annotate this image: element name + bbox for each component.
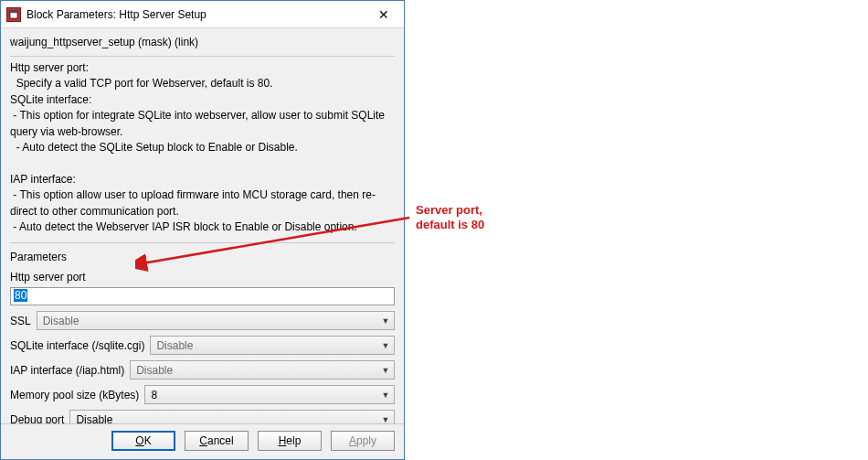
chevron-down-icon: ▼ <box>377 341 394 350</box>
chevron-down-icon: ▼ <box>377 316 394 326</box>
ssl-label: SSL <box>10 315 31 327</box>
sqlite-label: SQLite interface (/sqlite.cgi) <box>10 339 144 352</box>
parameters-label: Parameters <box>10 251 395 263</box>
http-port-input[interactable]: 80 <box>10 287 395 305</box>
ok-button[interactable]: OK <box>111 431 175 451</box>
param-iap: IAP interface (/iap.html) Disable ▼ <box>10 360 395 380</box>
chevron-down-icon: ▼ <box>377 366 394 375</box>
close-button[interactable]: ✕ <box>364 1 404 28</box>
window-title: Block Parameters: Http Server Setup <box>26 8 364 21</box>
mempool-combo[interactable]: 8 ▼ <box>144 385 395 404</box>
debugport-value: Disable <box>76 413 112 423</box>
parameters-panel: Http server port 80 SSL Disable ▼ SQLite… <box>10 271 395 423</box>
cancel-button[interactable]: Cancel <box>185 431 249 451</box>
apply-button[interactable]: Apply <box>331 431 395 451</box>
debugport-label: Debug port <box>10 413 64 423</box>
mask-name: waijung_httpserver_setup (mask) (link) <box>10 36 395 48</box>
http-port-label: Http server port <box>10 271 395 283</box>
mempool-value: 8 <box>151 389 157 401</box>
chevron-down-icon: ▼ <box>377 415 394 423</box>
chevron-down-icon: ▼ <box>377 390 394 400</box>
mempool-label: Memory pool size (kBytes) <box>10 389 139 401</box>
param-http-port: Http server port 80 <box>10 271 395 305</box>
debugport-combo[interactable]: Disable ▼ <box>69 410 395 423</box>
iap-combo[interactable]: Disable ▼ <box>130 360 395 380</box>
close-icon: ✕ <box>378 7 389 22</box>
sqlite-combo[interactable]: Disable ▼ <box>150 336 395 355</box>
annotation-text: Server port, default is 80 <box>416 203 484 233</box>
separator <box>10 56 395 57</box>
param-ssl: SSL Disable ▼ <box>10 311 395 330</box>
separator <box>10 242 395 243</box>
dialog-window: Block Parameters: Http Server Setup ✕ wa… <box>0 0 405 460</box>
iap-value: Disable <box>136 364 173 377</box>
description-text: Http server port: Specify a valid TCP po… <box>10 60 395 235</box>
sqlite-value: Disable <box>156 339 193 352</box>
ssl-value: Disable <box>43 315 79 327</box>
param-sqlite: SQLite interface (/sqlite.cgi) Disable ▼ <box>10 336 395 355</box>
help-button[interactable]: Help <box>258 431 322 451</box>
iap-label: IAP interface (/iap.html) <box>10 364 124 377</box>
titlebar: Block Parameters: Http Server Setup ✕ <box>1 1 404 28</box>
param-mempool: Memory pool size (kBytes) 8 ▼ <box>10 385 395 404</box>
http-port-value: 80 <box>14 289 27 302</box>
app-icon <box>6 7 21 22</box>
dialog-body: waijung_httpserver_setup (mask) (link) H… <box>1 28 404 423</box>
button-row: OK Cancel Help Apply <box>1 423 404 459</box>
ssl-combo[interactable]: Disable ▼ <box>37 311 395 330</box>
param-debugport: Debug port Disable ▼ <box>10 410 395 423</box>
svg-rect-1 <box>10 11 17 13</box>
